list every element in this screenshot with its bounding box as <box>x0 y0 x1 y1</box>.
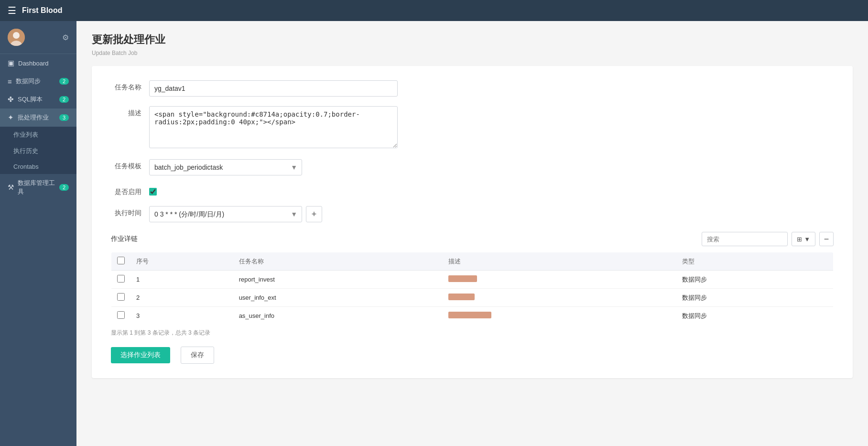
select-job-button[interactable]: 选择作业列表 <box>111 347 170 363</box>
row3-type: 数据同步 <box>676 307 833 325</box>
table-header-row: 序号 任务名称 描述 类型 <box>111 252 834 271</box>
avatar[interactable] <box>8 29 25 46</box>
row3-desc <box>443 307 676 325</box>
batch-job-submenu: 作业列表 执行历史 Crontabs <box>0 127 76 174</box>
page-title: 更新批处理作业 <box>92 33 853 47</box>
sql-icon: ✤ <box>8 95 14 104</box>
sidebar-item-batch-job[interactable]: ✦ 批处理作业 3 <box>0 109 76 127</box>
col-desc: 描述 <box>443 252 676 271</box>
col-type: 类型 <box>676 252 833 271</box>
sql-badge: 2 <box>59 96 69 103</box>
row1-checkbox[interactable] <box>117 275 125 283</box>
row3-checkbox[interactable] <box>117 311 125 319</box>
data-sync-badge: 2 <box>59 78 69 85</box>
batch-job-badge: 3 <box>59 114 69 121</box>
breadcrumb: Update Batch Job <box>92 50 853 56</box>
time-row: 0 3 * * * (分/时/周/日/月) ▼ + <box>149 206 398 222</box>
job-name-input[interactable] <box>149 80 398 97</box>
row1-type: 数据同步 <box>676 271 833 289</box>
description-label: 描述 <box>111 106 149 118</box>
hamburger-icon[interactable]: ☰ <box>8 5 16 16</box>
sidebar-label-sql: SQL脚本 <box>18 95 59 104</box>
add-time-button[interactable]: + <box>306 206 322 222</box>
detail-section-title: 作业详链 <box>111 235 138 243</box>
db-tools-icon: ⚒ <box>8 183 14 192</box>
row3-seq: 3 <box>130 307 233 325</box>
enabled-checkbox[interactable] <box>149 188 157 196</box>
job-name-label: 任务名称 <box>111 80 149 92</box>
row2-name: user_info_ext <box>233 289 443 307</box>
db-tools-badge: 2 <box>59 184 69 191</box>
row1-seq: 1 <box>130 271 233 289</box>
submenu-exec-history[interactable]: 执行历史 <box>0 143 76 159</box>
select-all-checkbox[interactable] <box>117 257 125 264</box>
table-row: 2 user_info_ext 数据同步 <box>111 289 834 307</box>
exec-time-row: 执行时间 0 3 * * * (分/时/周/日/月) ▼ + <box>111 206 834 222</box>
columns-arrow: ▼ <box>804 236 810 243</box>
detail-table: 序号 任务名称 描述 类型 1 report_invest 数据同步 <box>111 252 834 325</box>
sidebar-label-dashboard: Dashboard <box>18 60 69 67</box>
template-label: 任务模板 <box>111 159 149 171</box>
sidebar-item-db-tools[interactable]: ⚒ 数据库管理工具 2 <box>0 174 76 201</box>
description-row: 描述 <span style="background:#c8714a;opaci… <box>111 106 834 150</box>
section-header: 作业详链 ⊞ ▼ − <box>111 232 834 246</box>
row2-type: 数据同步 <box>676 289 833 307</box>
dashboard-icon: ▣ <box>8 59 14 67</box>
remove-row-button[interactable]: − <box>819 232 834 246</box>
template-select[interactable]: batch_job_periodictask <box>149 159 302 175</box>
table-pagination: 显示第 1 到第 3 条记录，总共 3 条记录 <box>111 329 834 337</box>
job-name-row: 任务名称 <box>111 80 834 97</box>
description-textarea[interactable]: <span style="background:#c8714a;opacity:… <box>149 106 398 148</box>
template-row: 任务模板 batch_job_periodictask ▼ <box>111 159 834 175</box>
enabled-checkbox-wrap <box>149 185 157 196</box>
row2-seq: 2 <box>130 289 233 307</box>
submenu-job-list[interactable]: 作业列表 <box>0 127 76 143</box>
enabled-label: 是否启用 <box>111 185 149 196</box>
settings-icon[interactable]: ⚙ <box>62 33 69 42</box>
sidebar-top: ⚙ <box>0 21 76 54</box>
submenu-crontabs[interactable]: Crontabs <box>0 159 76 174</box>
detail-section: 作业详链 ⊞ ▼ − <box>111 232 834 337</box>
app-title: First Blood <box>22 6 62 15</box>
row2-desc <box>443 289 676 307</box>
row2-checkbox[interactable] <box>117 293 125 301</box>
section-actions: ⊞ ▼ − <box>702 232 834 246</box>
svg-point-1 <box>13 32 20 39</box>
batch-job-icon: ✦ <box>8 113 14 122</box>
col-name: 任务名称 <box>233 252 443 271</box>
sidebar-label-db-tools: 数据库管理工具 <box>18 179 59 196</box>
table-row: 3 as_user_info 数据同步 <box>111 307 834 325</box>
sidebar-item-data-sync[interactable]: ≡ 数据同步 2 <box>0 72 76 90</box>
exec-time-select[interactable]: 0 3 * * * (分/时/周/日/月) <box>149 206 302 222</box>
sidebar-label-batch-job: 批处理作业 <box>18 113 59 122</box>
table-row: 1 report_invest 数据同步 <box>111 271 834 289</box>
col-seq: 序号 <box>130 252 233 271</box>
columns-icon: ⊞ <box>797 236 802 243</box>
sidebar: ⚙ ▣ Dashboard ≡ 数据同步 2 ✤ SQL脚本 2 ✦ 批处理作业… <box>0 21 76 446</box>
template-select-wrap: batch_job_periodictask ▼ <box>149 159 302 175</box>
footer-actions: 选择作业列表 保存 <box>111 347 834 364</box>
row1-desc <box>443 271 676 289</box>
row1-name: report_invest <box>233 271 443 289</box>
top-nav: ☰ First Blood <box>0 0 868 21</box>
sidebar-item-dashboard[interactable]: ▣ Dashboard <box>0 54 76 72</box>
search-input[interactable] <box>702 232 788 246</box>
time-select-wrap: 0 3 * * * (分/时/周/日/月) ▼ <box>149 206 302 222</box>
form-card: 任务名称 描述 <span style="background:#c8714a;… <box>92 66 853 378</box>
main-content: 更新批处理作业 Update Batch Job 任务名称 描述 <span s… <box>76 21 868 446</box>
enabled-row: 是否启用 <box>111 185 834 196</box>
columns-button[interactable]: ⊞ ▼ <box>792 232 815 246</box>
exec-time-label: 执行时间 <box>111 206 149 218</box>
sidebar-item-sql-script[interactable]: ✤ SQL脚本 2 <box>0 90 76 109</box>
sidebar-label-data-sync: 数据同步 <box>16 77 59 86</box>
save-button[interactable]: 保存 <box>181 347 214 364</box>
data-sync-icon: ≡ <box>8 77 12 86</box>
row3-name: as_user_info <box>233 307 443 325</box>
